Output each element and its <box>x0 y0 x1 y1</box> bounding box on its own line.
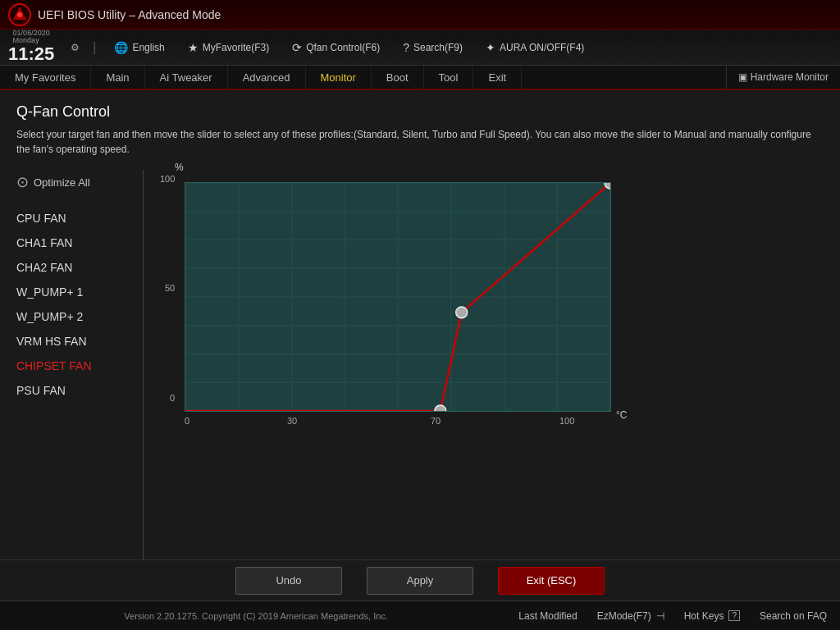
fan-cha2[interactable]: CHA2 FAN <box>16 255 135 280</box>
aura-icon: ✦ <box>486 41 495 54</box>
star-icon: ★ <box>188 41 199 54</box>
chart-wrapper: % 100 50 0 <box>160 170 603 412</box>
optimize-icon: ⊙ <box>16 173 29 191</box>
monitor-icon: ▣ <box>738 71 747 83</box>
svg-point-21 <box>435 405 446 411</box>
globe-icon: 🌐 <box>114 41 128 54</box>
main-content: Q-Fan Control Select your target fan and… <box>0 90 840 559</box>
date-display: 01/06/2020 Monday <box>13 30 50 44</box>
status-bar: Version 2.20.1275. Copyright (C) 2019 Am… <box>0 600 840 630</box>
x-tick-0: 0 <box>185 416 189 426</box>
x-tick-30: 30 <box>287 416 297 426</box>
ezmode-label: EzMode(F7) <box>597 610 651 622</box>
undo-button[interactable]: Undo <box>235 567 342 595</box>
fan-chart-svg <box>185 183 610 411</box>
fan-control-area: ⊙ Optimize All CPU FAN CHA1 FAN CHA2 FAN… <box>16 170 824 559</box>
top-bar: UEFI BIOS Utility – Advanced Mode <box>0 0 840 30</box>
search-faq-label: Search on FAQ <box>760 610 827 622</box>
app-title: UEFI BIOS Utility – Advanced Mode <box>38 8 832 21</box>
header-bar: 01/06/2020 Monday 11:25 ⚙ | 🌐 English ★ … <box>0 30 840 66</box>
section-description: Select your target fan and then move the… <box>16 127 824 157</box>
x-tick-100: 100 <box>559 416 574 426</box>
y-tick-50: 50 <box>165 283 175 293</box>
fan-vrm[interactable]: VRM HS FAN <box>16 329 135 354</box>
aura-btn[interactable]: ✦ AURA ON/OFF(F4) <box>481 39 589 56</box>
nav-main[interactable]: Main <box>91 66 144 89</box>
myfavorite-btn[interactable]: ★ MyFavorite(F3) <box>183 39 274 56</box>
version-text: Version 2.20.1275. Copyright (C) 2019 Am… <box>13 611 499 621</box>
y-tick-0: 0 <box>170 393 175 403</box>
qfan-btn[interactable]: ⟳ Qfan Control(F6) <box>287 39 385 56</box>
apply-button[interactable]: Apply <box>367 567 473 595</box>
nav-advanced[interactable]: Advanced <box>228 66 306 89</box>
nav-monitor[interactable]: Monitor <box>306 66 372 89</box>
nav-boot[interactable]: Boot <box>372 66 424 89</box>
hotkeys-btn[interactable]: Hot Keys ? <box>684 610 740 622</box>
last-modified-label: Last Modified <box>518 610 577 622</box>
settings-icon[interactable]: ⚙ <box>71 42 80 53</box>
fan-wpump1[interactable]: W_PUMP+ 1 <box>16 280 135 304</box>
hotkeys-label: Hot Keys <box>684 610 724 622</box>
bottom-bar: Undo Apply Exit (ESC) <box>0 559 840 600</box>
nav-myfavorites[interactable]: My Favorites <box>0 66 91 89</box>
datetime-display: 01/06/2020 Monday 11:25 <box>8 30 54 64</box>
nav-bar: My Favorites Main Ai Tweaker Advanced Mo… <box>0 66 840 90</box>
fan-chart-area: % 100 50 0 <box>144 170 824 559</box>
nav-exit[interactable]: Exit <box>473 66 522 89</box>
section-title: Q-Fan Control <box>16 103 824 121</box>
optimize-all-btn[interactable]: ⊙ Optimize All <box>16 170 135 194</box>
fan-chipset[interactable]: CHIPSET FAN <box>16 354 135 378</box>
ezmode-btn[interactable]: EzMode(F7) ⊣ <box>597 610 664 622</box>
fan-list-panel: ⊙ Optimize All CPU FAN CHA1 FAN CHA2 FAN… <box>16 170 144 559</box>
nav-hardware-monitor[interactable]: ▣ Hardware Monitor <box>726 66 840 89</box>
hotkeys-icon: ? <box>728 610 740 621</box>
exit-button[interactable]: Exit (ESC) <box>498 567 605 595</box>
rog-logo <box>8 3 31 26</box>
search-btn[interactable]: ? Search(F9) <box>398 39 468 56</box>
y-tick-100: 100 <box>160 174 175 184</box>
ezmode-icon: ⊣ <box>656 610 664 622</box>
x-axis-label: °C <box>616 409 627 421</box>
time-display: 11:25 <box>8 44 54 64</box>
y-axis-label: % <box>175 162 184 173</box>
x-tick-70: 70 <box>431 416 441 426</box>
nav-aitweaker[interactable]: Ai Tweaker <box>145 66 228 89</box>
last-modified-btn[interactable]: Last Modified <box>518 610 577 622</box>
language-btn[interactable]: 🌐 English <box>109 39 169 56</box>
search-faq-btn[interactable]: Search on FAQ <box>760 610 827 622</box>
fan-cha1[interactable]: CHA1 FAN <box>16 231 135 255</box>
svg-point-2 <box>17 12 22 17</box>
fan-wpump2[interactable]: W_PUMP+ 2 <box>16 304 135 329</box>
fan-cpu[interactable]: CPU FAN <box>16 206 135 231</box>
svg-point-22 <box>456 307 468 318</box>
chart-canvas[interactable] <box>185 182 611 412</box>
fan-icon: ⟳ <box>292 41 302 54</box>
fan-psu[interactable]: PSU FAN <box>16 378 135 403</box>
search-icon: ? <box>403 41 409 54</box>
nav-tool[interactable]: Tool <box>424 66 474 89</box>
